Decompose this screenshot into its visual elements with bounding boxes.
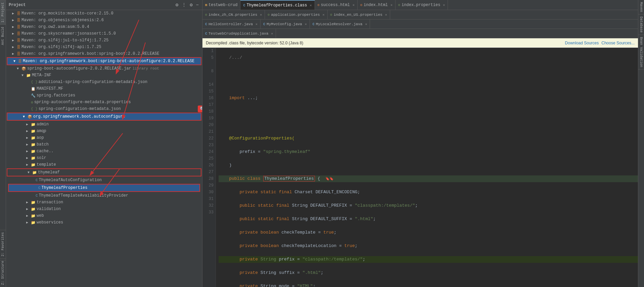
download-sources-link[interactable]: Download Sources bbox=[565, 41, 599, 45]
tab-hello-controller[interactable]: C HelloController.java ✕ bbox=[202, 19, 261, 29]
code-content: /.../ import ...; @ConfigurationProperti… bbox=[216, 48, 638, 287]
tab-close-mylocale[interactable]: ✕ bbox=[365, 22, 367, 26]
tree-item-asm[interactable]: ▶ 🗄 Maven: org.ow2.asm:asm:5.0.4 bbox=[6, 24, 202, 30]
tree-item-objenesis[interactable]: ▶ 🗄 Maven: org.objenesis:objenesis:2.6 bbox=[6, 17, 202, 24]
tab-index-html[interactable]: ⊙ index.html ✕ bbox=[358, 0, 396, 10]
tree-item-slf4j-api[interactable]: ▶ 🗄 Maven: org.slf4j:slf4j-api:1.7.25 bbox=[6, 44, 202, 50]
tree-item-spring-boot-autoconfigure[interactable]: ▼ 🗄 Maven: org.springframework.boot:spri… bbox=[7, 58, 201, 65]
sidebar-item-ant-build[interactable]: Ant Build bbox=[0, 25, 6, 47]
search-button[interactable]: 🔍 bbox=[198, 106, 202, 112]
tree-item-thymeleaf-autoconfig[interactable]: C ThymeleafAutoConfiguration bbox=[6, 177, 202, 183]
tab-success-html[interactable]: ⊙ success.html ✕ bbox=[315, 0, 358, 10]
sidebar-right-maven[interactable]: Maven bbox=[638, 0, 644, 14]
tree-item-transaction[interactable]: ▶ 📁 transaction bbox=[6, 199, 202, 206]
tab-index-zh[interactable]: ⚙ index_zh_CN.properties ✕ bbox=[202, 10, 265, 19]
tab-mylocale-resolver[interactable]: C MyLocaleResolver.java ✕ bbox=[310, 19, 370, 29]
tree-item-jar[interactable]: ▼ 📦 spring-boot-autoconfigure-2.0.2.RELE… bbox=[6, 65, 202, 72]
layout-icon[interactable]: ⋮ bbox=[181, 1, 187, 8]
tree-item-aop[interactable]: ▶ 📁 aop bbox=[6, 134, 202, 141]
tab-index-properties[interactable]: ⚙ index.properties ✕ bbox=[396, 0, 448, 10]
tree-item-mockito[interactable]: ▶ 🗄 Maven: org.mockito:mockito-core:2.15… bbox=[6, 10, 202, 17]
tree-item-spring-config-metadata[interactable]: { } spring-configuration-metadata.json bbox=[6, 106, 202, 112]
tab-close-hello[interactable]: ✕ bbox=[256, 22, 258, 26]
tree-item-web[interactable]: ▶ 📁 web bbox=[6, 212, 202, 219]
tree-item-spring-autoconfigure-metadata[interactable]: ⚙ spring-autoconfigure-metadata.properti… bbox=[6, 99, 202, 106]
sidebar-right-bean-validation[interactable]: Bean Validation bbox=[638, 35, 644, 70]
tree-item-thymeleaf-properties[interactable]: C ThymeleafProperties bbox=[9, 184, 199, 191]
tab-bar-row1: m testweb-crud C ThymeleafProperties.cla… bbox=[202, 0, 638, 10]
sidebar-item-project[interactable]: 1: Project bbox=[0, 0, 6, 25]
info-bar: Decompiled .class file, bytecode version… bbox=[202, 38, 638, 48]
project-panel-header: Project ⚙ ⋮ ⚙ − bbox=[6, 0, 202, 10]
info-bar-text: Decompiled .class file, bytecode version… bbox=[206, 41, 562, 45]
settings-icon[interactable]: ⚙ bbox=[175, 1, 179, 8]
tab-index-en[interactable]: ⚙ index_en_US.properties ✕ bbox=[328, 10, 390, 19]
tab-mymvc-config[interactable]: C MyMvcConfig.java ✕ bbox=[261, 19, 310, 29]
tab-bar-row3: C HelloController.java ✕ C MyMvcConfig.j… bbox=[202, 19, 638, 29]
tab-bar-row4: C TestwebCrudApplication.java ✕ bbox=[202, 29, 638, 38]
tab-close-app-props[interactable]: ✕ bbox=[323, 13, 325, 17]
close-icon[interactable]: − bbox=[195, 2, 199, 8]
gear-icon[interactable]: ⚙ bbox=[189, 1, 193, 8]
tree-item-solr[interactable]: ▶ 📁 solr bbox=[6, 155, 202, 161]
tab-close-en[interactable]: ✕ bbox=[385, 13, 387, 17]
tree-item-additional-spring-json[interactable]: { } additional-spring-configuration-meta… bbox=[6, 79, 202, 85]
sidebar-item-favorites[interactable]: 2: Favorites bbox=[0, 230, 6, 258]
tab-app-properties[interactable]: ⚙ application.properties ✕ bbox=[265, 10, 327, 19]
tree-item-admin[interactable]: ▶ 📁 admin bbox=[6, 121, 202, 128]
tree-item-spring-factories[interactable]: 🔧 spring.factories bbox=[6, 92, 202, 99]
sidebar-right-database[interactable]: Database bbox=[638, 14, 644, 35]
tab-close-zh[interactable]: ✕ bbox=[260, 13, 262, 17]
tab-thymeleaf-properties[interactable]: C ThymeleafProperties.class ✕ bbox=[240, 0, 315, 10]
tree-item-jsonassert[interactable]: ▶ 🗄 Maven: org.skyscreamer:jsonassert:1.… bbox=[6, 30, 202, 37]
tree-item-thymeleaf[interactable]: ▼ 📁 thymeleaf bbox=[7, 169, 201, 176]
tab-testweb-crud[interactable]: m testweb-crud bbox=[202, 0, 240, 10]
tree-item-manifest[interactable]: 📋 MANIFEST.MF bbox=[6, 85, 202, 92]
tab-close-index-props[interactable]: ✕ bbox=[443, 3, 445, 7]
editor-panel: m testweb-crud C ThymeleafProperties.cla… bbox=[202, 0, 638, 287]
tab-testwebcrud-app[interactable]: C TestwebCrudApplication.java ✕ bbox=[202, 29, 276, 38]
tree-item-autoconfigure-package[interactable]: ▼ 📦 org.springframework.boot.autoconfigu… bbox=[7, 113, 201, 120]
tab-close-testwebcrud[interactable]: ✕ bbox=[271, 32, 273, 36]
tree-item-validation[interactable]: ▶ 📁 validation bbox=[6, 206, 202, 212]
tab-close-thymeleaf[interactable]: ✕ bbox=[310, 3, 312, 7]
tree-item-spring-boot[interactable]: ▶ 🗄 Maven: org.springframework.boot:spri… bbox=[6, 50, 202, 57]
tab-close-success[interactable]: ✕ bbox=[353, 3, 355, 7]
tree-item-meta-inf[interactable]: ▼ 📁 META-INF bbox=[6, 72, 202, 79]
tab-close-mymvc[interactable]: ✕ bbox=[305, 22, 307, 26]
tab-bar-row2: ⚙ index_zh_CN.properties ✕ ⚙ application… bbox=[202, 10, 638, 19]
project-panel-title: Project bbox=[9, 3, 26, 7]
tree-item-cache[interactable]: ▶ 📁 cache.. bbox=[6, 148, 202, 155]
tree-item-thymeleaf-availability[interactable]: C ThymeleafTemplateAvailabilityProvider bbox=[6, 192, 202, 199]
project-tree: ▶ 🗄 Maven: org.mockito:mockito-core:2.15… bbox=[6, 10, 202, 287]
tree-item-template[interactable]: ▶ 📁 template bbox=[6, 161, 202, 168]
choose-sources-link[interactable]: Choose Sources... bbox=[601, 41, 635, 45]
sidebar-item-z-structure[interactable]: Z: Structure bbox=[0, 258, 6, 287]
tab-close-index-html[interactable]: ✕ bbox=[390, 3, 393, 7]
code-area[interactable]: 1 5 8 14 15 16 17 18 19 20 21 22 23 24 2… bbox=[202, 48, 638, 287]
line-numbers: 1 5 8 14 15 16 17 18 19 20 21 22 23 24 2… bbox=[202, 48, 216, 287]
tree-item-amqp[interactable]: ▶ 📁 amqp bbox=[6, 128, 202, 134]
tree-item-webservices[interactable]: ▶ 📁 webservices bbox=[6, 219, 202, 226]
right-sidebar-labels: Maven Database Bean Validation bbox=[638, 0, 644, 287]
tree-item-batch[interactable]: ▶ 📁 batch bbox=[6, 141, 202, 148]
project-panel: Project ⚙ ⋮ ⚙ − ▶ 🗄 Maven: org.mockito:m… bbox=[6, 0, 202, 287]
tree-item-jul-to-slf4j[interactable]: ▶ 🗄 Maven: org.slf4j:jul-to-slf4j:1.7.25 bbox=[6, 37, 202, 44]
